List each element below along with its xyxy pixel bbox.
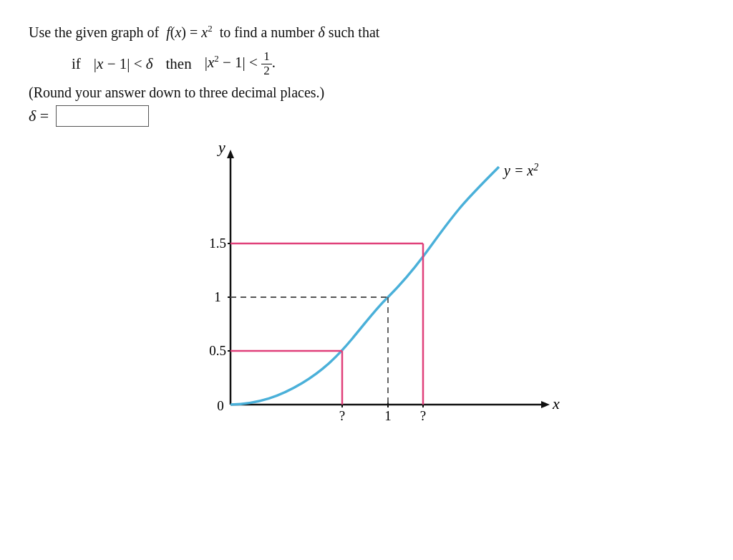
- y-axis-arrow: [227, 150, 234, 158]
- y-axis-label: y: [217, 140, 225, 156]
- tick-x-1-label: 1: [384, 408, 392, 423]
- delta-equals-label: δ =: [29, 107, 49, 125]
- tick-y-15-label: 1.5: [209, 236, 226, 251]
- delta-input[interactable]: [56, 105, 149, 127]
- graph-container: y x 0 0.5 1 1.5 ? 1 ?: [29, 140, 704, 440]
- problem-statement: Use the given graph of f(x) = x2 to find…: [29, 21, 704, 43]
- abs-x2-minus-1: |x2 − 1| < 1 2 .: [205, 50, 276, 77]
- tick-y-0: 0: [217, 398, 224, 413]
- problem-intro: Use the given graph of f(x) = x2 to find…: [29, 24, 379, 40]
- math-condition: if |x − 1| < δ then |x2 − 1| < 1 2 .: [72, 50, 704, 77]
- x-axis-arrow: [541, 401, 550, 408]
- graph-svg: y x 0 0.5 1 1.5 ? 1 ?: [166, 140, 567, 440]
- tick-x-q1-label: ?: [339, 408, 345, 423]
- x-axis-label: x: [552, 395, 560, 412]
- curve-label: y = x2: [503, 162, 538, 180]
- tick-y-1-label: 1: [214, 289, 221, 304]
- delta-input-row: δ =: [29, 105, 704, 127]
- if-label: if: [72, 55, 81, 73]
- tick-x-q2-label: ?: [420, 408, 426, 423]
- abs-x-minus-1: |x − 1| < δ: [94, 55, 153, 73]
- tick-y-05-label: 0.5: [209, 343, 226, 358]
- then-label: then: [166, 55, 192, 73]
- fraction-half: 1 2: [261, 50, 272, 77]
- round-note: (Round your answer down to three decimal…: [29, 85, 704, 101]
- parabola-curve: [230, 167, 499, 405]
